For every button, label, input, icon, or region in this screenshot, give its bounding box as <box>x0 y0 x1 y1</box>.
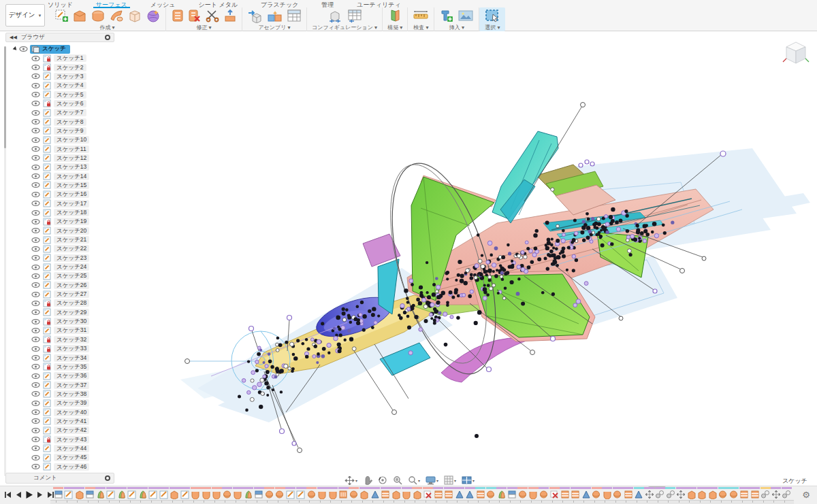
browser-scrollbar[interactable] <box>4 46 6 476</box>
browser-item-sketch15[interactable]: スケッチ15 <box>31 181 114 190</box>
form-icon[interactable] <box>146 8 161 23</box>
play-button[interactable] <box>25 490 33 499</box>
timeline-feature-pattern-37[interactable] <box>444 487 455 499</box>
timeline-feature-extrude-34[interactable] <box>412 487 423 499</box>
browser-item-sketch10[interactable]: スケッチ10 <box>31 135 114 144</box>
browser-item-sketch35[interactable]: スケッチ35 <box>31 363 114 371</box>
scissors-icon[interactable] <box>205 8 220 23</box>
browser-header[interactable]: ◀◀ ブラウザ <box>5 33 114 42</box>
browser-item-sketch20[interactable]: スケッチ20 <box>31 226 114 235</box>
insert-image-icon[interactable] <box>458 8 474 23</box>
browser-item-sketch29[interactable]: スケッチ29 <box>31 308 114 317</box>
timeline-feature-sketch-23[interactable] <box>296 487 307 499</box>
comment-bar[interactable]: コメント <box>5 473 114 484</box>
joint-icon[interactable] <box>267 8 283 23</box>
timeline-feature-extrude-2[interactable] <box>74 487 85 499</box>
timeline-feature-patch-14[interactable] <box>201 487 212 499</box>
group-insert-label[interactable]: 挿入 ▾ <box>449 24 464 31</box>
timeline-feature-sketch-7[interactable] <box>127 487 138 499</box>
browser-item-sketch9[interactable]: スケッチ9 <box>31 127 114 135</box>
browser-item-sketch45[interactable]: スケッチ45 <box>31 453 114 462</box>
timeline-feature-pattern-36[interactable] <box>433 487 444 499</box>
timeline-feature-sketch-12[interactable] <box>180 487 191 499</box>
timeline-feature-sphere-46[interactable] <box>539 487 549 499</box>
browser-item-sketch17[interactable]: スケッチ17 <box>31 199 114 208</box>
timeline-feature-sketch-10[interactable] <box>159 487 170 499</box>
timeline-feature-patch-26[interactable] <box>327 487 338 499</box>
browser-item-sketch24[interactable]: スケッチ24 <box>31 263 114 271</box>
timeline-feature-patch-25[interactable] <box>317 487 328 499</box>
timeline-feature-pattern-48[interactable] <box>560 487 571 499</box>
timeline-feature-patch-17[interactable] <box>233 487 244 499</box>
collapse-panel-icon[interactable]: ◀◀ <box>10 35 17 40</box>
new-component-icon[interactable] <box>247 8 263 23</box>
timeline-feature-sphere-63[interactable] <box>718 487 729 499</box>
browser-item-sketch21[interactable]: スケッチ21 <box>31 235 114 244</box>
group-modify-label[interactable]: 修正 ▾ <box>196 24 211 31</box>
timeline-feature-extrude-32[interactable] <box>391 487 402 499</box>
configure-icon[interactable] <box>327 8 343 23</box>
timeline-feature-extrude-29[interactable] <box>359 487 370 499</box>
timeline-feature-loft-6[interactable] <box>116 487 127 499</box>
timeline-feature-pattern-40[interactable] <box>475 487 486 499</box>
timeline-feature-circ-69[interactable] <box>782 487 792 499</box>
construct-plane-icon[interactable] <box>387 8 402 23</box>
timeline-feature-mirror-38[interactable] <box>454 487 465 499</box>
extrude-icon[interactable] <box>72 8 87 23</box>
extend-icon[interactable] <box>223 8 237 23</box>
browser-item-sketch1[interactable]: スケッチ1 <box>31 54 114 63</box>
look-at-button[interactable] <box>391 475 404 486</box>
browser-item-sketch23[interactable]: スケッチ23 <box>31 254 114 263</box>
delete-face-icon[interactable] <box>188 8 202 23</box>
group-construct-label[interactable]: 構築 ▾ <box>387 24 402 31</box>
timeline-feature-move-68[interactable] <box>771 487 782 499</box>
timeline-feature-extrude-62[interactable] <box>707 487 718 499</box>
timeline-feature-patch-13[interactable] <box>191 487 202 499</box>
browser-item-sketch33[interactable]: スケッチ33 <box>31 344 114 353</box>
display-settings-button[interactable]: ▾ <box>423 475 440 486</box>
timeline-feature-sphere-24[interactable] <box>306 487 317 499</box>
browser-item-sketch12[interactable]: スケッチ12 <box>31 154 114 163</box>
browser-item-sketch30[interactable]: スケッチ30 <box>31 317 114 326</box>
eye-icon[interactable] <box>19 46 28 52</box>
browser-item-sketch22[interactable]: スケッチ22 <box>31 244 114 253</box>
browser-item-sketch38[interactable]: スケッチ38 <box>31 390 114 399</box>
design-menu-button[interactable]: デザイン ▼ <box>5 4 45 27</box>
timeline-feature-pattern-54[interactable] <box>623 487 634 499</box>
group-select-label[interactable]: 選択 ▾ <box>485 24 500 31</box>
timeline-feature-sketch-1[interactable] <box>64 487 75 499</box>
browser-item-sketch46[interactable]: スケッチ46 <box>31 462 114 471</box>
browser-item-sketch41[interactable]: スケッチ41 <box>31 417 114 426</box>
timeline-feature-plane-0[interactable] <box>53 487 64 499</box>
timeline-feature-plane-3[interactable] <box>85 487 96 499</box>
browser-item-sketch14[interactable]: スケッチ14 <box>31 171 114 180</box>
browser-item-sketch4[interactable]: スケッチ4 <box>31 81 114 90</box>
browser-item-sketch31[interactable]: スケッチ31 <box>31 326 114 335</box>
timeline-feature-sphere-41[interactable] <box>486 487 497 499</box>
browser-item-sketch16[interactable]: スケッチ16 <box>31 190 114 199</box>
view-cube[interactable] <box>779 37 810 68</box>
step-forward-button[interactable] <box>37 491 44 499</box>
timeline-ruler[interactable] <box>50 500 794 504</box>
model-canvas[interactable] <box>116 31 817 473</box>
config-table-icon[interactable] <box>347 8 363 23</box>
browser-item-sketch44[interactable]: スケッチ44 <box>31 444 114 453</box>
browser-item-sketch40[interactable]: スケッチ40 <box>31 407 114 416</box>
timeline-feature-mirror-50[interactable] <box>581 487 592 499</box>
timeline-feature-sphere-64[interactable] <box>728 487 739 499</box>
go-to-start-button[interactable] <box>4 491 12 499</box>
browser-item-sketch39[interactable]: スケッチ39 <box>31 399 114 407</box>
timeline-feature-circ-57[interactable] <box>655 487 666 499</box>
timeline-feature-sketch-9[interactable] <box>148 487 159 499</box>
timeline-feature-extrude-61[interactable] <box>697 487 708 499</box>
timeline-feature-mirror-39[interactable] <box>465 487 476 499</box>
browser-item-sketch25[interactable]: スケッチ25 <box>31 271 114 280</box>
group-create-label[interactable]: 作成 ▾ <box>99 24 114 31</box>
trim-icon[interactable] <box>171 8 185 23</box>
timeline-feature-extrude-60[interactable] <box>686 487 697 499</box>
timeline-feature-sphere-16[interactable] <box>222 487 233 499</box>
timeline-feature-pattern-49[interactable] <box>571 487 581 499</box>
browser-item-sketch19[interactable]: スケッチ19 <box>31 217 114 226</box>
timeline-feature-patch-52[interactable] <box>602 487 613 499</box>
browser-item-sketch2[interactable]: スケッチ2 <box>31 63 114 71</box>
